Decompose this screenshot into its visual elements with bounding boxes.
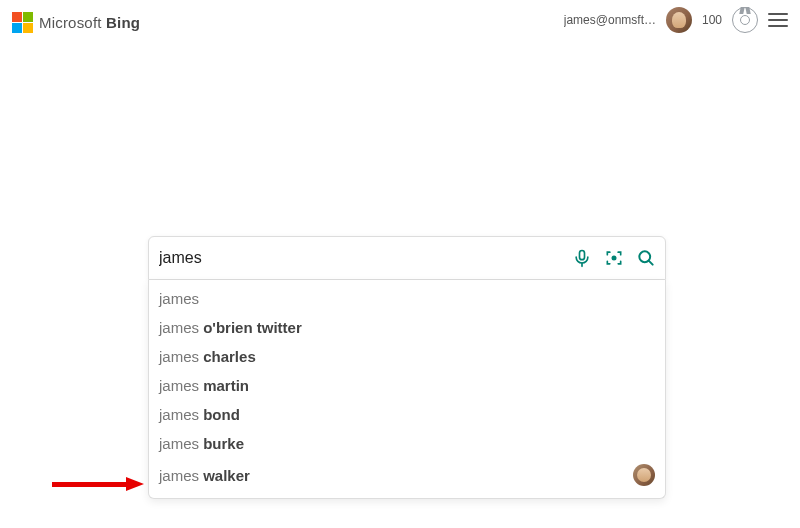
suggestion-item[interactable]: james o'brien twitter <box>149 313 665 342</box>
rewards-points[interactable]: 100 <box>702 13 722 27</box>
annotation-arrow <box>52 477 152 491</box>
bing-logo[interactable]: Microsoft Bing <box>12 8 140 33</box>
microsoft-tiles-icon <box>12 12 33 33</box>
svg-rect-0 <box>580 251 585 260</box>
microphone-icon[interactable] <box>571 247 593 269</box>
search-actions <box>571 247 657 269</box>
search-icon[interactable] <box>635 247 657 269</box>
suggestion-item[interactable]: james <box>149 284 665 313</box>
search-box <box>148 236 666 280</box>
search-input[interactable] <box>159 249 571 267</box>
search-container: james james o'brien twitter james charle… <box>148 236 666 499</box>
suggestion-item[interactable]: james martin <box>149 371 665 400</box>
suggestion-item[interactable]: james walker <box>149 458 665 492</box>
suggestion-item[interactable]: james burke <box>149 429 665 458</box>
header: Microsoft Bing james@onmsft… 100 <box>0 0 800 40</box>
user-avatar[interactable] <box>666 7 692 33</box>
header-right: james@onmsft… 100 <box>564 7 788 33</box>
svg-point-2 <box>612 256 617 261</box>
suggestion-item[interactable]: james bond <box>149 400 665 429</box>
suggestion-item[interactable]: james charles <box>149 342 665 371</box>
suggestions-dropdown: james james o'brien twitter james charle… <box>148 280 666 499</box>
suggestion-avatar-icon <box>633 464 655 486</box>
hamburger-menu-icon[interactable] <box>768 13 788 27</box>
rewards-medal-icon[interactable] <box>732 7 758 33</box>
svg-line-4 <box>649 261 653 265</box>
user-email[interactable]: james@onmsft… <box>564 13 656 27</box>
camera-search-icon[interactable] <box>603 247 625 269</box>
brand-text: Microsoft Bing <box>39 14 140 31</box>
